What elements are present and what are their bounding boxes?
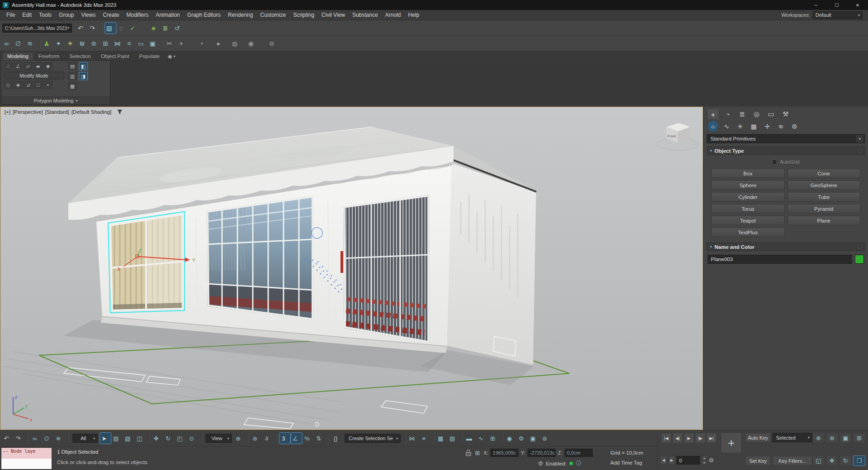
add-time-tag-button[interactable]: Add Time Tag [610, 460, 642, 465]
viewcube[interactable]: Front [657, 123, 699, 150]
maximize-button[interactable]: ☐ [826, 0, 847, 10]
ribbon-tab-object-paint[interactable]: Object Paint [96, 53, 134, 60]
modify-mode-button[interactable]: Modify Mode [4, 72, 64, 79]
ribbon-config-icon[interactable]: ◉▾ [165, 53, 178, 60]
go-to-end-button[interactable]: ▶| [706, 433, 717, 443]
play-button[interactable]: ▶ [684, 433, 694, 443]
ribbon-tab-freeform[interactable]: Freeform [34, 53, 64, 60]
undo-icon[interactable]: ↶ [2, 433, 13, 444]
maxscript-mini-listener[interactable]: -- Node laye [1, 447, 52, 470]
grow-selection-icon[interactable]: ◈ [14, 81, 23, 89]
keyboard-shortcut-override-icon[interactable]: # [263, 433, 273, 444]
schematic-view-icon[interactable]: ⊞ [489, 433, 499, 444]
viewport-pov-menu[interactable]: [Perspective] [13, 109, 43, 115]
textplus-button[interactable]: TextPlus [711, 228, 785, 237]
box-button[interactable]: Box [711, 169, 785, 178]
rectangular-selection-region-icon[interactable]: ▧ [124, 433, 134, 444]
toggle-layer-explorer-icon[interactable]: ▤ [448, 433, 459, 444]
curve-editor-icon[interactable]: ∿ [477, 433, 488, 444]
utilities-tab[interactable]: ⚒ [780, 109, 791, 119]
select-and-place-icon[interactable]: ⊙ [187, 433, 198, 444]
sphere-button[interactable]: Sphere [711, 180, 785, 190]
teapot-icon[interactable]: ⊚ [90, 38, 101, 49]
assembly-hall-building[interactable] [64, 127, 537, 385]
sphere-preview-mid-icon[interactable]: ◍ [230, 38, 241, 49]
project-path-dropdown[interactable]: C:\Users\Suh...3ds Max 2023▾ [2, 24, 72, 33]
scissors-icon[interactable]: ✂ [165, 38, 176, 49]
current-frame-field[interactable]: 0 [676, 456, 700, 465]
toggle-ribbon-icon[interactable]: ▬ [465, 433, 476, 444]
menu-rendering[interactable]: Rendering [224, 10, 256, 20]
edge-mode-icon[interactable]: ∠ [14, 62, 23, 70]
menu-tools[interactable]: Tools [35, 10, 55, 20]
rendered-frame-window-icon[interactable]: ▣ [529, 433, 540, 444]
object-color-swatch[interactable] [855, 255, 864, 264]
frame-spinner-up[interactable]: ▴ [701, 456, 707, 460]
tweak-mode-icon[interactable]: ◨ [79, 72, 88, 80]
selection-filter-dropdown[interactable]: All▾ [72, 434, 98, 443]
use-pivot-point-center-icon[interactable]: ⊕ [234, 433, 245, 444]
ring-selection-icon[interactable]: ▪ [43, 81, 53, 89]
y-coordinate-field[interactable]: -2720,013c [528, 449, 556, 457]
select-object-icon[interactable]: ➤ [100, 433, 111, 444]
toggle-scene-explorer-icon[interactable]: ▦ [436, 433, 447, 444]
render-production-icon[interactable]: ⊚ [541, 433, 551, 444]
helpers-category[interactable]: ✛ [762, 121, 772, 131]
light-icon[interactable]: ☀ [66, 38, 77, 49]
zoom-all-icon[interactable]: ⊛ [826, 433, 838, 443]
enabled-indicator[interactable] [569, 461, 573, 465]
status-gear-icon[interactable]: ⚙ [538, 460, 543, 467]
menu-modifiers[interactable]: Modifiers [123, 10, 152, 20]
select-and-link-icon[interactable]: ∞ [31, 433, 42, 444]
shaded-faces-toggle-icon[interactable]: ▦ [68, 82, 77, 90]
zoom-region-icon[interactable]: ◱ [812, 455, 825, 466]
menu-create[interactable]: Create [99, 10, 123, 20]
paint-select-icon[interactable]: ◌ [117, 23, 128, 34]
selection-lock-icon[interactable] [465, 450, 472, 456]
show-end-result-icon[interactable]: ▤ [68, 62, 77, 70]
viewport-shading-menu[interactable]: [Default Shading] [72, 109, 111, 115]
array-icon[interactable]: ⊞ [101, 38, 112, 49]
menu-file[interactable]: File [3, 10, 19, 20]
geosphere-button[interactable]: GeoSphere [787, 180, 861, 190]
border-mode-icon[interactable]: ▱ [24, 62, 33, 70]
element-mode-icon[interactable]: ■ [43, 62, 53, 70]
autogrid-checkbox[interactable] [772, 160, 777, 165]
orbit-icon[interactable]: ↻ [839, 455, 852, 466]
render-setup-icon[interactable]: ⚙ [517, 433, 528, 444]
spinner-snap-toggle-icon[interactable]: ⇅ [315, 433, 326, 444]
wand-icon[interactable]: ✦ [54, 38, 65, 49]
previous-key-button[interactable]: ◀ [660, 456, 667, 465]
tube-button[interactable]: Tube [787, 192, 861, 202]
name-and-color-rollout[interactable]: ▾ Name and Color [707, 242, 865, 251]
menu-arnold[interactable]: Arnold [382, 10, 405, 20]
modify-tab[interactable]: ◔ [722, 109, 733, 119]
reference-coordinate-system-dropdown[interactable]: View▾ [206, 434, 232, 443]
viewport[interactable]: Y X Front z x [0, 107, 703, 430]
undo-history-icon[interactable]: ↶ [77, 23, 87, 34]
minimize-button[interactable]: ─ [806, 0, 826, 10]
scene-checklist-icon[interactable]: ≣ [161, 23, 172, 34]
pan-view-icon[interactable]: ✥ [826, 455, 838, 466]
plane-button[interactable]: Plane [787, 216, 861, 225]
select-and-link-icon[interactable]: ∞ [2, 38, 13, 49]
magnet-icon[interactable]: ⋓ [78, 38, 89, 49]
camera-icon[interactable]: ▣ [149, 38, 159, 49]
window-crossing-toggle-icon[interactable]: ◫ [135, 433, 146, 444]
pyramid-button[interactable]: Pyramid [787, 204, 861, 213]
zoom-extents-icon[interactable]: ▣ [839, 433, 852, 443]
loop-selection-icon[interactable]: □ [34, 81, 43, 89]
bind-to-space-warp-icon[interactable]: ≋ [54, 433, 65, 444]
next-frame-button[interactable]: |▶ [695, 433, 705, 443]
ribbon-tab-selection[interactable]: Selection [65, 53, 95, 60]
polygon-mode-icon[interactable]: ▰ [34, 62, 43, 70]
bind-to-space-warp-icon[interactable]: ≋ [26, 38, 37, 49]
key-mode-dropdown[interactable]: Selected▾ [772, 433, 812, 442]
object-type-rollout[interactable]: ▾ Object Type [707, 146, 865, 155]
menu-animation[interactable]: Animation [152, 10, 183, 20]
unlink-selection-icon[interactable]: ∅ [43, 433, 53, 444]
cameras-category[interactable]: ▦ [748, 121, 759, 131]
menu-customize[interactable]: Customize [257, 10, 290, 20]
display-monitor-icon[interactable]: ▭ [137, 38, 148, 49]
shrink-selection-icon[interactable]: ⊿ [24, 81, 33, 89]
